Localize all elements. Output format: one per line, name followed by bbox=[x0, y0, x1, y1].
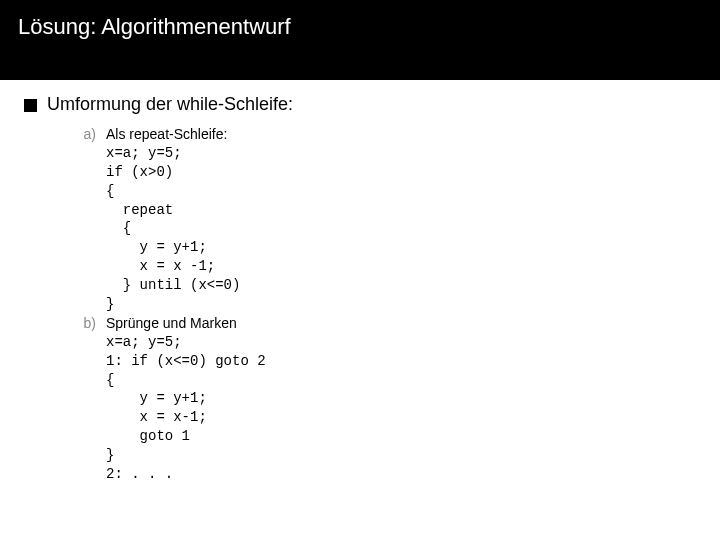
list-body-a: Als repeat-Schleife: x=a; y=5; if (x>0) … bbox=[106, 125, 240, 314]
item-a-code: x=a; y=5; if (x>0) { repeat { y = y+1; x… bbox=[106, 144, 240, 314]
item-b-code: x=a; y=5; 1: if (x<=0) goto 2 { y = y+1;… bbox=[106, 333, 266, 484]
list-body-b: Sprünge und Marken x=a; y=5; 1: if (x<=0… bbox=[106, 314, 266, 484]
slide-title: Lösung: Algorithmenentwurf bbox=[18, 10, 702, 40]
list-item-a: a) Als repeat-Schleife: x=a; y=5; if (x>… bbox=[78, 125, 720, 314]
bullet-text: Umformung der while-Schleife: bbox=[47, 94, 293, 115]
square-bullet-icon bbox=[24, 99, 37, 112]
sub-list: a) Als repeat-Schleife: x=a; y=5; if (x>… bbox=[78, 125, 720, 484]
list-label-b: b) bbox=[78, 314, 96, 333]
slide-header: Lösung: Algorithmenentwurf bbox=[0, 0, 720, 80]
item-b-heading: Sprünge und Marken bbox=[106, 314, 266, 333]
bullet-item: Umformung der while-Schleife: bbox=[24, 94, 720, 115]
list-item-b: b) Sprünge und Marken x=a; y=5; 1: if (x… bbox=[78, 314, 720, 484]
list-label-a: a) bbox=[78, 125, 96, 144]
item-a-heading: Als repeat-Schleife: bbox=[106, 125, 240, 144]
slide-content: Umformung der while-Schleife: a) Als rep… bbox=[0, 80, 720, 484]
